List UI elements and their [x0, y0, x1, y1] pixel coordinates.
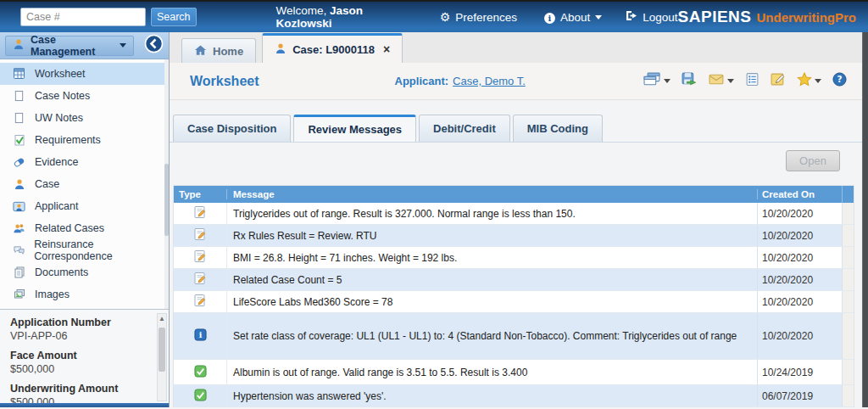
sidebar-menu-item[interactable]: Case Notes [0, 85, 169, 107]
toolbar-button[interactable] [643, 72, 670, 90]
review-messages-table: Type Message Created On Triglycerides ou… [173, 185, 854, 407]
row-spacer [842, 247, 854, 268]
toolbar-button[interactable] [682, 72, 698, 90]
sidebar-menu-item[interactable]: Case [0, 173, 169, 195]
column-header-created-on[interactable]: Created On [757, 189, 842, 199]
note-pencil-icon [193, 227, 207, 244]
sidebar-item-label: UW Notes [35, 112, 83, 124]
about-menu-item[interactable]: i About [544, 11, 602, 24]
preferences-menu-item[interactable]: ⚙ Preferences [440, 11, 517, 24]
toolbar-button[interactable]: ? [832, 72, 847, 90]
sidebar-menu-item[interactable]: Requirements [0, 129, 169, 151]
sidebar-item-label: Case [35, 178, 59, 190]
window-edge [862, 32, 868, 407]
table-row[interactable]: LifeScore Labs Med360 Score = 78 10/20/2… [174, 291, 854, 313]
worksheet-subtab[interactable]: MIB Coding [513, 115, 603, 142]
worksheet-subtab[interactable]: Debit/Credit [419, 115, 510, 142]
sidebar-menu-item[interactable]: Documents [0, 261, 169, 283]
workspace-tab[interactable]: Home × [181, 38, 256, 63]
sidebar-menu-item[interactable]: Related Cases [0, 217, 169, 239]
case-summary-panel: Application Number VPI-APP-06 Face Amoun… [0, 309, 169, 403]
tab-label: Home [213, 45, 243, 58]
table-header-row: Type Message Created On [174, 186, 854, 203]
open-button[interactable]: Open [786, 150, 840, 171]
workspace-tabstrip: Home × Case: L9000118 × [170, 32, 862, 63]
sidebar-scrollbar[interactable] [164, 59, 169, 309]
applicant-link[interactable]: Case, Demo T. [453, 75, 526, 87]
table-row[interactable]: Triglycerides out of range. Result is 32… [174, 203, 854, 225]
sidebar-menu-item[interactable]: UW Notes [0, 107, 169, 129]
summary-item: Underwriting Amount $500,000 [10, 383, 152, 403]
worksheet-subtab[interactable]: Review Messages [293, 115, 416, 142]
created-on-cell: 10/20/2020 [757, 269, 842, 290]
sidebar-bottom-strip [0, 403, 169, 407]
check-square-icon [194, 365, 207, 380]
workspace-tab[interactable]: Case: L9000118 × [262, 33, 403, 63]
toolbar-button[interactable] [797, 72, 821, 90]
worksheet-subtab[interactable]: Case Disposition [173, 115, 291, 142]
summary-label: Face Amount [10, 350, 152, 361]
export-icon [682, 72, 698, 90]
table-row[interactable]: Albumin is out of range. Valid range is … [174, 360, 854, 385]
sidebar-menu-item[interactable]: Reinsurance Correspondence [0, 239, 169, 261]
table-row[interactable]: i Set rate class of coverage: UL1 (UL1 -… [174, 313, 854, 360]
created-on-cell: 10/24/2019 [757, 360, 842, 384]
brand-sapiens: SAPIENS [678, 8, 752, 26]
row-spacer [842, 225, 854, 246]
person-card-icon [12, 200, 26, 213]
table-row[interactable]: Related Case Count = 5 10/20/2020 [174, 269, 854, 291]
message-cell: Hypertension was answered 'yes'. [226, 385, 757, 406]
table-row[interactable]: Rx Rules Result = Review. RTU 10/20/2020 [174, 225, 854, 247]
back-circle-icon [144, 34, 164, 57]
message-cell: Related Case Count = 5 [226, 269, 757, 290]
sidebar-menu-item[interactable]: Worksheet [0, 63, 169, 85]
chevron-down-icon [664, 79, 670, 83]
search-button[interactable]: Search [151, 8, 197, 26]
help-icon: ? [832, 72, 847, 90]
table-row[interactable]: Hypertension was answered 'yes'. 06/07/2… [174, 385, 854, 407]
gear-icon: ⚙ [440, 11, 451, 24]
column-header-type[interactable]: Type [174, 189, 226, 199]
subtab-label: Review Messages [308, 123, 402, 136]
summary-item: Face Amount $500,000 [10, 350, 152, 375]
sidebar-item-label: Related Cases [35, 222, 104, 234]
scroll-up-icon[interactable]: ▲ [158, 314, 166, 324]
table-row[interactable]: BMI = 26.8. Height = 71 inches. Weight =… [174, 247, 854, 269]
sidebar-item-label: Evidence [35, 156, 78, 168]
summary-label: Application Number [10, 317, 152, 328]
svg-text:?: ? [837, 74, 842, 84]
sidebar-item-label: Applicant [35, 200, 78, 212]
toolbar-button[interactable] [745, 72, 760, 90]
sidebar-menu-item[interactable]: Applicant [0, 195, 169, 217]
welcome-text: Welcome, Jason Kozlowski [276, 4, 406, 30]
close-icon[interactable]: × [383, 43, 390, 55]
summary-label: Underwriting Amount [10, 383, 152, 395]
worksheet-grid-icon [12, 68, 26, 80]
created-on-cell: 10/20/2020 [757, 203, 842, 224]
applicant-info: Applicant: Case, Demo T. [395, 75, 526, 87]
toolbar-button[interactable] [771, 72, 786, 90]
summary-scrollbar[interactable]: ▲ [157, 313, 167, 401]
collapse-sidebar-button[interactable] [143, 36, 164, 56]
message-cell: BMI = 26.8. Height = 71 inches. Weight =… [226, 247, 757, 268]
worksheet-header: Worksheet Applicant: Case, Demo T. [170, 63, 862, 100]
toolbar-button[interactable] [709, 73, 734, 89]
case-number-input[interactable] [20, 8, 146, 26]
subtab-label: Debit/Credit [433, 122, 496, 135]
module-selector-dropdown[interactable]: Case Management [5, 36, 134, 56]
sidebar-menu-item[interactable]: Images [0, 283, 169, 305]
home-icon [194, 44, 207, 59]
images-icon [12, 289, 26, 300]
logout-menu-item[interactable]: Logout [626, 10, 677, 24]
column-header-message[interactable]: Message [226, 189, 757, 199]
scrollbar-thumb[interactable] [159, 328, 165, 372]
person-icon [13, 38, 25, 53]
row-spacer [842, 291, 854, 312]
sidebar-menu: Worksheet Case Notes UW Notes Requiremen… [0, 59, 169, 309]
underwriting-pro-app: Search Welcome, Jason Kozlowski ⚙ Prefer… [0, 0, 868, 409]
svg-text:i: i [198, 330, 202, 339]
sidebar-item-label: Reinsurance Correspondence [34, 238, 169, 262]
scrollbar-thumb[interactable] [164, 164, 169, 236]
brand-logo: SAPIENS UnderwritingPro [678, 8, 856, 26]
sidebar-menu-item[interactable]: Evidence [0, 151, 169, 173]
